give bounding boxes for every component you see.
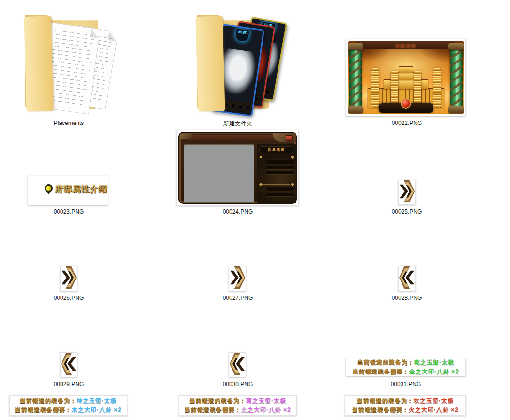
chevron-left-icon — [230, 352, 245, 377]
thumbnail-00031[interactable]: 当前锻造的装备为：乾之玉玺·太极 当前锻造装备需要：金之大印·八卦 ×2 — [346, 358, 466, 376]
thumbnail-00026[interactable] — [60, 266, 77, 291]
palace-title: 神庭府邸 — [395, 44, 417, 49]
dialog-content-panel — [184, 144, 254, 203]
gold-separator — [260, 156, 294, 158]
file-label-newfolder[interactable]: 新建文件夹 — [223, 120, 252, 128]
game-dialog: 四象洗练 — [178, 132, 297, 204]
gold-column — [371, 68, 379, 107]
palace-title-bar: 神庭府邸 — [357, 41, 455, 49]
thumbnail-00023[interactable]: 府邸属性介绍 — [28, 176, 108, 205]
gold-column — [433, 68, 441, 107]
chevron-left-icon — [399, 266, 415, 291]
file-label-00026[interactable]: 00026.PNG — [54, 295, 84, 301]
folder-front — [195, 16, 225, 111]
forge-line2: 当前锻造装备需要：木之大印·八卦 ×2 — [15, 406, 122, 414]
gold-separator — [260, 183, 294, 186]
dialog-side-panel: 四象洗练 — [257, 144, 296, 203]
folder-front — [24, 16, 53, 111]
file-label-00029[interactable]: 00029.PNG — [54, 381, 84, 388]
forge-banner-red[interactable]: 当前锻造的装备为：坎之玉玺·太极 当前锻造装备需要：火之大印·八卦 ×2 — [345, 395, 466, 416]
chevron-left-icon — [61, 352, 77, 377]
close-button[interactable] — [286, 135, 293, 141]
red-orb — [401, 98, 411, 109]
file-label-00031[interactable]: 00031.PNG — [391, 381, 421, 388]
forge-line1: 当前锻造的装备为：乾之玉玺·太极 — [357, 358, 454, 367]
thumbnail-00025[interactable] — [398, 180, 416, 205]
gold-column — [391, 71, 398, 107]
chevron-right-icon — [230, 266, 245, 291]
file-label-00028[interactable]: 00028.PNG — [392, 295, 422, 301]
chevron-right-icon — [399, 180, 415, 205]
jade-pillar-right — [450, 44, 463, 113]
folder-placements-icon[interactable] — [23, 4, 115, 116]
forge-line1: 当前锻造的装备为：离之玉玺·太极 — [189, 397, 286, 405]
side-panel-title: 四象洗练 — [259, 146, 294, 153]
slot-bar — [266, 187, 294, 191]
file-label-00024[interactable]: 00024.PNG — [223, 208, 253, 215]
forge-line1: 当前锻造的装备为：坤之玉玺·太极 — [20, 397, 117, 405]
explorer-file-grid: Placements 白虎 白虎 新建文件夹 神庭府邸 — [0, 0, 510, 420]
thumbnail-00029[interactable] — [60, 352, 77, 377]
slot-bar — [266, 160, 294, 164]
slot-bar — [266, 193, 294, 196]
forge-line2: 当前锻造装备需要：金之大印·八卦 ×2 — [353, 368, 459, 376]
jade-pillar-left — [349, 44, 362, 113]
file-label-placements[interactable]: Placements — [54, 120, 84, 126]
file-label-00025[interactable]: 00025.PNG — [392, 208, 422, 215]
file-label-00030[interactable]: 00030.PNG — [223, 381, 253, 388]
forge-line2: 当前锻造装备需要：土之大印·八卦 ×2 — [185, 406, 291, 414]
forge-line2: 当前锻造装备需要：火之大印·八卦 ×2 — [352, 406, 459, 414]
forge-banner-blue[interactable]: 当前锻造的装备为：坤之玉玺·太极 当前锻造装备需要：木之大印·八卦 ×2 — [9, 395, 127, 416]
chevron-right-icon — [61, 266, 77, 291]
mansion-attr-text: 府邸属性介绍 — [55, 184, 108, 195]
forge-line1: 当前锻造的装备为：坎之玉玺·太极 — [357, 397, 454, 405]
thumbnail-00030[interactable] — [229, 352, 246, 377]
thumbnail-00022[interactable]: 神庭府邸 — [346, 39, 466, 116]
file-label-00027[interactable]: 00027.PNG — [223, 295, 253, 301]
folder-newfolder-icon[interactable]: 白虎 白虎 — [195, 4, 282, 116]
stone-platform — [379, 103, 433, 113]
thumbnail-00028[interactable] — [398, 266, 416, 291]
thumbnail-00024[interactable]: 四象洗练 — [176, 130, 299, 206]
palace-tier — [399, 66, 413, 73]
slot-bar — [266, 166, 294, 169]
slot-bar — [266, 171, 294, 174]
map-pin-icon — [43, 182, 54, 194]
file-label-00023[interactable]: 00023.PNG — [54, 208, 84, 215]
palace-tier — [384, 79, 428, 89]
gold-column — [414, 71, 421, 107]
thumbnail-00027[interactable] — [229, 266, 246, 291]
forge-banner-purple[interactable]: 当前锻造的装备为：离之玉玺·太极 当前锻造装备需要：土之大印·八卦 ×2 — [179, 395, 297, 416]
file-label-00022[interactable]: 00022.PNG — [392, 120, 422, 126]
palace-scene: 神庭府邸 — [348, 41, 464, 114]
